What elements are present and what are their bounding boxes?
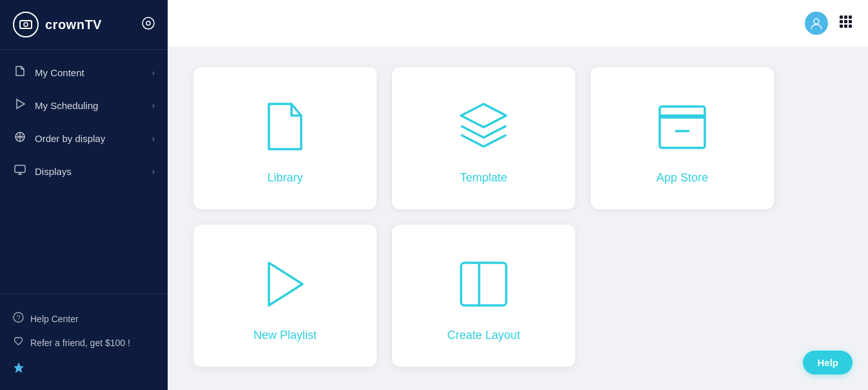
help-button[interactable]: Help xyxy=(803,351,853,375)
new-playlist-icon xyxy=(256,255,314,316)
card-new-playlist[interactable]: New Playlist xyxy=(193,225,377,367)
svg-rect-0 xyxy=(20,21,32,28)
library-label: Library xyxy=(267,171,302,185)
sidebar-item-my-scheduling[interactable]: My Scheduling › xyxy=(0,89,168,122)
create-layout-icon xyxy=(455,255,513,316)
sidebar-item-displays-label: Displays xyxy=(35,166,144,177)
help-center-icon: ? xyxy=(13,312,24,325)
displays-icon xyxy=(13,164,27,179)
svg-rect-25 xyxy=(844,25,847,28)
heart-icon xyxy=(13,336,24,349)
card-create-layout[interactable]: Create Layout xyxy=(392,225,575,367)
svg-rect-21 xyxy=(840,20,843,23)
logo-icon xyxy=(13,12,39,37)
content-area: Library Template xyxy=(168,46,868,390)
my-scheduling-icon xyxy=(13,98,27,113)
order-by-display-icon xyxy=(13,131,27,146)
help-center-item[interactable]: ? Help Center xyxy=(13,307,155,331)
card-app-store[interactable]: App Store xyxy=(591,67,774,209)
chevron-right-icon: › xyxy=(152,167,155,176)
pin-icon[interactable] xyxy=(13,362,155,377)
sidebar-item-displays[interactable]: Displays › xyxy=(0,155,168,188)
sidebar-item-my-scheduling-label: My Scheduling xyxy=(35,100,144,111)
sidebar-item-order-by-display-label: Order by display xyxy=(35,133,144,144)
chevron-right-icon: › xyxy=(152,101,155,110)
help-center-label: Help Center xyxy=(30,314,79,324)
sidebar-footer: ? Help Center Refer a friend, get $100 ! xyxy=(0,293,168,390)
sidebar: crownTV My Content › xyxy=(0,0,168,390)
logo-area: crownTV xyxy=(0,0,168,50)
template-label: Template xyxy=(460,171,507,185)
app-store-label: App Store xyxy=(656,171,708,185)
svg-rect-23 xyxy=(849,20,852,23)
svg-rect-26 xyxy=(849,25,852,28)
refer-friend-label: Refer a friend, get $100 ! xyxy=(30,338,130,348)
cards-grid: Library Template xyxy=(193,67,774,367)
svg-rect-24 xyxy=(840,25,843,28)
sidebar-item-order-by-display[interactable]: Order by display › xyxy=(0,122,168,155)
svg-rect-19 xyxy=(844,15,847,19)
card-library[interactable]: Library xyxy=(193,67,377,209)
grid-icon[interactable] xyxy=(838,14,853,32)
user-avatar[interactable] xyxy=(805,12,828,35)
svg-marker-31 xyxy=(269,263,302,305)
logo-text: crownTV xyxy=(45,17,102,32)
svg-rect-12 xyxy=(15,165,25,172)
svg-point-17 xyxy=(814,19,819,24)
svg-rect-32 xyxy=(461,263,506,305)
sidebar-item-my-content-label: My Content xyxy=(35,67,144,78)
svg-text:?: ? xyxy=(17,314,21,322)
header xyxy=(168,0,868,46)
main-content: Library Template xyxy=(168,0,868,390)
library-icon xyxy=(259,98,311,158)
svg-marker-27 xyxy=(461,104,506,127)
refer-friend-item[interactable]: Refer a friend, get $100 ! xyxy=(13,331,155,354)
template-icon xyxy=(455,98,513,158)
svg-point-3 xyxy=(146,21,150,25)
svg-rect-20 xyxy=(849,15,852,19)
app-store-icon xyxy=(653,98,711,158)
sidebar-item-my-content[interactable]: My Content › xyxy=(0,56,168,89)
svg-rect-18 xyxy=(840,15,843,19)
create-layout-label: Create Layout xyxy=(447,329,520,342)
svg-rect-22 xyxy=(844,20,847,23)
svg-point-1 xyxy=(24,23,28,26)
card-template[interactable]: Template xyxy=(392,67,575,209)
svg-point-2 xyxy=(143,17,154,29)
settings-icon[interactable] xyxy=(142,17,155,33)
chevron-right-icon: › xyxy=(152,134,155,143)
chevron-right-icon: › xyxy=(152,68,155,77)
svg-marker-4 xyxy=(17,99,25,108)
sidebar-nav: My Content › My Scheduling › xyxy=(0,50,168,293)
my-content-icon xyxy=(13,65,27,80)
new-playlist-label: New Playlist xyxy=(253,329,317,342)
